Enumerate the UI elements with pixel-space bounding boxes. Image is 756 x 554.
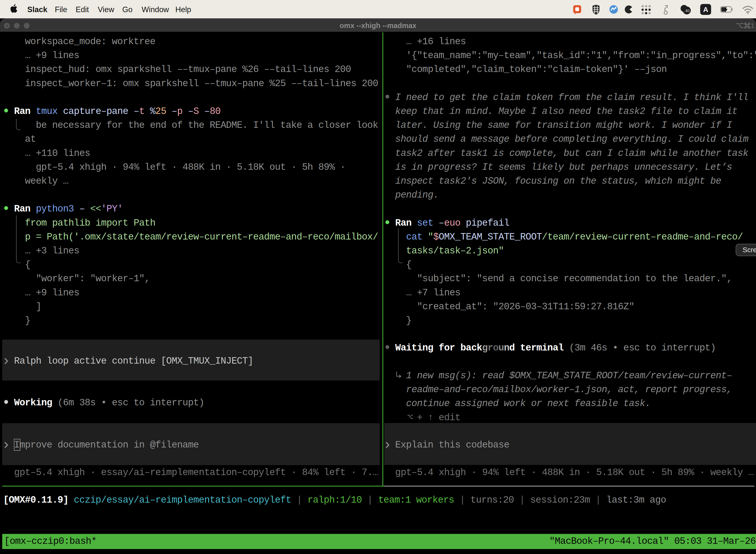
svg-text:A: A	[703, 6, 708, 13]
svg-text:..61: ..61	[684, 8, 690, 13]
svg-text:1: 1	[751, 22, 754, 29]
